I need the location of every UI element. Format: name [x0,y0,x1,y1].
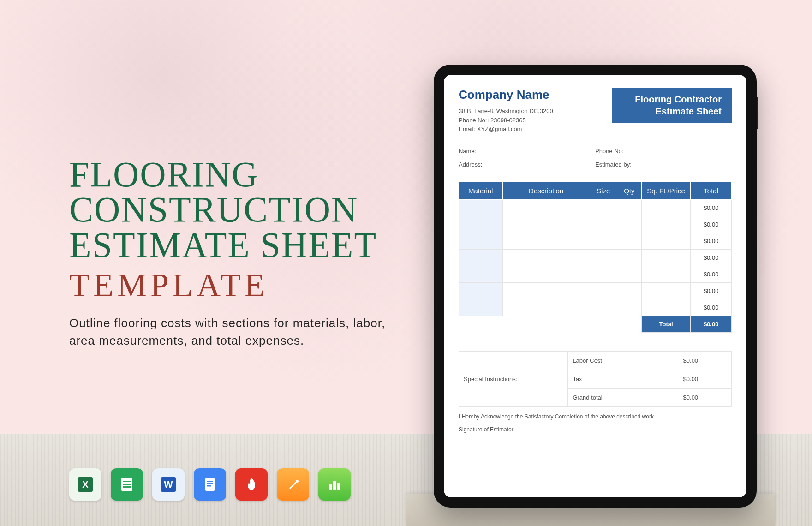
client-info-row2: Address: Estimated by: [459,161,732,168]
table-row: $0.00 [459,266,732,282]
apple-numbers-icon [318,468,351,501]
svg-rect-4 [123,484,131,485]
th-qty: Qty [617,182,641,199]
company-block: Company Name 38 B, Lane-8, Washington DC… [459,88,612,134]
table-row: $0.00 [459,249,732,266]
promo-title: FLOORING CONSTRUCTION ESTIMATE SHEET [69,157,392,263]
summary-table: Special Instructions: Labor Cost $0.00 T… [459,351,732,407]
acknowledgement-text: I Hereby Acknowledge the Satisfactory Co… [459,413,732,420]
row-total: $0.00 [691,233,732,249]
special-instructions-label: Special Instructions: [459,351,568,406]
client-name-label: Name: [459,148,595,155]
summary-row: Special Instructions: Labor Cost $0.00 [459,351,732,370]
svg-rect-10 [207,483,213,484]
table-body: $0.00 $0.00 $0.00 $0.00 $0.00 $0.00 $0.0… [459,199,732,332]
table-row: $0.00 [459,216,732,233]
th-size: Size [590,182,617,199]
th-description: Description [502,182,590,199]
promo-description: Outline flooring costs with sections for… [69,315,392,349]
company-address: 38 B, Lane-8, Washington DC,3200 [459,107,612,116]
google-docs-icon [194,468,226,501]
row-total: $0.00 [691,299,732,316]
pdf-icon [235,468,268,501]
google-sheets-icon [111,468,143,501]
tablet-frame: Company Name 38 B, Lane-8, Washington DC… [434,65,757,508]
row-total: $0.00 [691,249,732,266]
svg-rect-3 [123,481,131,482]
word-icon: W [152,468,185,501]
svg-text:X: X [82,479,89,490]
company-name: Company Name [459,88,612,102]
table-footer-row: Total $0.00 [459,316,732,332]
svg-rect-15 [337,483,340,490]
company-phone: Phone No:+23698-02365 [459,116,612,125]
signature-label: Signature of Estimator: [459,426,732,433]
row-total: $0.00 [691,282,732,299]
badge-line1: Flooring Contractor [622,93,722,105]
client-phone-label: Phone No: [595,148,732,155]
format-icon-row: X W [69,468,351,501]
apple-pages-icon [277,468,309,501]
estimate-table: Material Description Size Qty Sq. Ft /Pr… [459,182,732,333]
client-info-row1: Name: Phone No: [459,148,732,155]
document-preview: Company Name 38 B, Lane-8, Washington DC… [444,75,746,497]
table-header-row: Material Description Size Qty Sq. Ft /Pr… [459,182,732,199]
svg-text:W: W [164,479,173,490]
document-title-badge: Flooring Contractor Estimate Sheet [612,88,732,123]
svg-rect-13 [329,484,332,490]
labor-cost-label: Labor Cost [568,351,650,370]
company-email: Email: XYZ@gmail.com [459,125,612,134]
footer-total-label: Total [641,316,690,332]
excel-icon: X [69,468,102,501]
promo-subtitle: TEMPLATE [69,266,392,305]
svg-point-12 [296,480,299,483]
promo-text-block: FLOORING CONSTRUCTION ESTIMATE SHEET TEM… [69,157,392,350]
badge-line2: Estimate Sheet [622,105,722,117]
table-row: $0.00 [459,233,732,249]
grand-total-value: $0.00 [650,388,731,406]
client-estimatedby-label: Estimated by: [595,161,732,168]
svg-rect-11 [207,485,211,487]
svg-rect-9 [207,481,213,482]
labor-cost-value: $0.00 [650,351,731,370]
row-total: $0.00 [691,199,732,216]
tax-value: $0.00 [650,370,731,388]
svg-rect-5 [123,486,131,488]
client-address-label: Address: [459,161,595,168]
footer-total-value: $0.00 [691,316,732,332]
th-material: Material [459,182,503,199]
row-total: $0.00 [691,216,732,233]
table-row: $0.00 [459,299,732,316]
tax-label: Tax [568,370,650,388]
promo-title-line1: FLOORING [69,157,392,192]
promo-title-line2: CONSTRUCTION [69,192,392,227]
grand-total-label: Grand total [568,388,650,406]
svg-rect-8 [205,478,215,491]
table-row: $0.00 [459,199,732,216]
th-sqft-price: Sq. Ft /Price [641,182,690,199]
th-total: Total [691,182,732,199]
table-row: $0.00 [459,282,732,299]
row-total: $0.00 [691,266,732,282]
document-header: Company Name 38 B, Lane-8, Washington DC… [459,88,732,134]
svg-rect-14 [333,481,336,490]
promo-title-line3: ESTIMATE SHEET [69,227,392,263]
